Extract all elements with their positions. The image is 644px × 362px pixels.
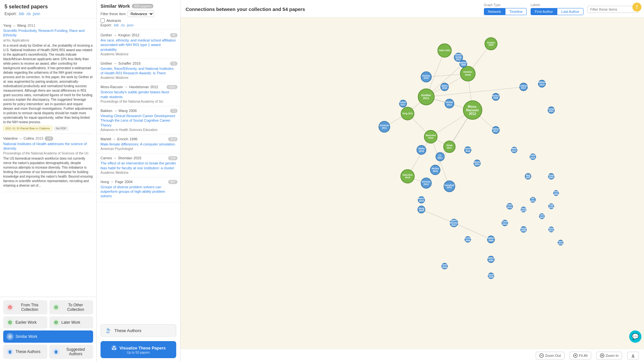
similar-title[interactable]: Gender, Race/Ethnicity, and National Ins… [101, 66, 176, 76]
graph-node[interactable]: Bakken 2009 [487, 256, 495, 263]
graph-node[interactable]: Lewis 2007 [539, 213, 545, 219]
graph-node[interactable]: Hong 2004 [418, 206, 425, 213]
similar-title[interactable]: Male-female differences: A computer simu… [101, 142, 176, 146]
graph-node[interactable]: Greenwald 2006 [465, 236, 471, 243]
these-authors-label: These Authors [114, 328, 141, 333]
similar-title[interactable]: Science faculty's subtle gender biases f… [101, 90, 176, 99]
graph-node[interactable]: Flores 2013 [558, 240, 563, 246]
graph-node[interactable]: Merton 1968 [492, 93, 500, 101]
citation-count: 149 [45, 136, 53, 141]
graph-node[interactable]: Manson 2009 [488, 273, 494, 279]
graph-node[interactable]: Oh 2011 [530, 197, 536, 203]
graph-node[interactable]: Chan 2014 [502, 220, 508, 226]
graph-node[interactable]: Ginther 2016 [421, 71, 432, 82]
export-bib[interactable]: .bib [18, 12, 24, 16]
graph-node[interactable]: Eblen 2016 [440, 83, 449, 91]
fit-all-btn[interactable]: Fit All [570, 352, 591, 359]
export-bib-mid[interactable]: .bib [113, 23, 119, 27]
graph-area[interactable]: Gallo 2021Hofstra 2020Ginther 2018Ginthe… [180, 17, 644, 349]
graph-node[interactable]: Tabak 2011 [443, 141, 456, 153]
graph-node[interactable]: Sagi 2014 [548, 203, 554, 209]
these-authors-button[interactable]: These Authors [101, 324, 176, 337]
graph-node[interactable]: Malias 2017 [511, 147, 517, 153]
graph-node[interactable]: Yang 2011 [401, 107, 414, 120]
chat-bubble-icon[interactable]: 💬 [629, 330, 641, 343]
similar-work-btn[interactable]: ≈ Similar Work [3, 330, 93, 343]
similar-source: Academic Medicine [101, 76, 176, 79]
svg-text:👤: 👤 [8, 350, 12, 354]
graph-node[interactable]: Knobloch 2017 [519, 83, 528, 91]
zoom-out-btn[interactable]: Zoom Out [536, 352, 564, 359]
similar-title[interactable]: The effect of an intervention to break t… [101, 161, 176, 170]
graph-node[interactable]: Byars-Winston 2014 [450, 219, 458, 227]
sim-author: Sheridan [118, 156, 132, 160]
graph-node[interactable]: Bianchini 2013 [424, 130, 437, 144]
similar-title[interactable]: Are race, ethnicity, and medical school … [101, 38, 176, 52]
graph-node[interactable]: Bormann 2007 [548, 107, 555, 114]
these-authors-btn[interactable]: 👤 These Authors [3, 345, 47, 359]
graph-node[interactable]: Moss-Racusin 2012 [463, 100, 482, 120]
abstracts-checkbox[interactable] [101, 18, 105, 23]
download-btn[interactable] [627, 352, 639, 359]
export-ris-mid[interactable]: .ris [120, 23, 125, 27]
graph-node[interactable]: Garnes 2016 [464, 146, 471, 153]
zoom-out-label: Zoom Out [545, 354, 561, 357]
graph-node[interactable]: Erickson 2011 [379, 121, 390, 133]
graph-node[interactable]: Manger 2006 [520, 226, 527, 233]
first-author-btn[interactable]: First Author [531, 8, 557, 15]
graph-node[interactable]: McGee 2012 [430, 165, 440, 175]
last-author-btn[interactable]: Last Author [557, 8, 583, 15]
author-name: Yang [3, 23, 11, 27]
graph-node[interactable]: Ginther 2018 [460, 66, 476, 81]
graph-node[interactable]: Crenshaw 1989 [553, 190, 559, 196]
graph-node[interactable]: Martell 1996 [459, 60, 467, 68]
export-json-mid[interactable]: .json [126, 23, 133, 27]
graph-node[interactable]: George 2013 [521, 207, 526, 212]
similar-title[interactable]: Groups of diverse problem solvers can ou… [101, 185, 176, 199]
graph-node[interactable]: Schnaider 2007 [548, 173, 554, 180]
graph-filter-input[interactable] [587, 6, 639, 13]
to-other-collection-btn[interactable]: + To Other Collection [49, 300, 93, 314]
graph-node[interactable]: Mikmas 2012 [548, 227, 554, 232]
network-btn[interactable]: Network [484, 8, 505, 15]
graph-node[interactable]: Bakken 2006 [487, 236, 495, 243]
svg-point-50 [575, 355, 576, 356]
graph-node[interactable]: Gallo 2021 [437, 43, 452, 58]
similar-title[interactable]: Viewing Clinical Research Career Develop… [101, 114, 176, 127]
graph-node[interactable]: May 1997 [525, 173, 531, 180]
paper-title[interactable]: National Institutes of Health addresses … [3, 142, 93, 151]
paper-title[interactable]: Scientific Productivity, Research Fundin… [3, 28, 93, 38]
similar-papers-list: Ginther → Kington 2012 45 Are race, ethn… [97, 29, 180, 322]
timeline-btn[interactable]: Timeline [505, 8, 527, 15]
graph-node[interactable]: Lozano 2004 [441, 263, 448, 269]
graph-node[interactable]: Ginther 2012 [445, 99, 454, 108]
graph-node[interactable]: Sorness 2013 [421, 178, 432, 189]
graph-node[interactable]: FoRe 2014 [530, 153, 536, 160]
graph-node[interactable]: Valantine 2015 [400, 169, 415, 183]
graph-node[interactable]: Williams 2015 [538, 80, 546, 88]
relevance-select[interactable]: Relevance Year Citations [128, 11, 154, 17]
graph-node[interactable]: Kaiser 2017 [399, 100, 407, 107]
graph-node[interactable]: Campbell 2013 [444, 181, 455, 192]
visualize-papers-button[interactable]: Visualize These Papers Up to 50 papers [101, 341, 176, 358]
graph-node[interactable]: Ginther 2011 [418, 88, 435, 105]
graph-node[interactable]: Washe 2014 [474, 160, 481, 167]
earlier-work-btn[interactable]: ← Earlier Work [3, 316, 47, 329]
graph-node[interactable]: Helmer 2017 [492, 126, 500, 134]
from-this-collection-btn[interactable]: ↙ From This Collection [3, 300, 47, 314]
paper-authors: Valantine — Collins 2015 149 [3, 136, 93, 141]
notification-icon[interactable]: ! [632, 3, 641, 12]
zoom-in-btn[interactable]: Zoom In [596, 352, 622, 359]
graph-node[interactable]: Hofstra 2020 [485, 37, 497, 50]
similar-item-header: Bakken → Wang 2006 72 [101, 109, 176, 113]
graph-node[interactable]: Globo 2016 [417, 145, 426, 155]
sim-author: Page [115, 180, 123, 184]
graph-node[interactable]: Lo 2011 [436, 152, 445, 161]
export-json[interactable]: .json [32, 12, 40, 16]
export-ris[interactable]: .ris [25, 12, 31, 16]
graph-node[interactable]: Morris 2015 [418, 196, 425, 203]
sim-author: Moss-Racusin [101, 85, 123, 89]
graph-node[interactable]: Chan 2014 [506, 203, 513, 209]
later-work-btn[interactable]: → Later Work [49, 316, 93, 329]
suggested-authors-btn[interactable]: 👤 Suggested Authors [49, 345, 93, 359]
